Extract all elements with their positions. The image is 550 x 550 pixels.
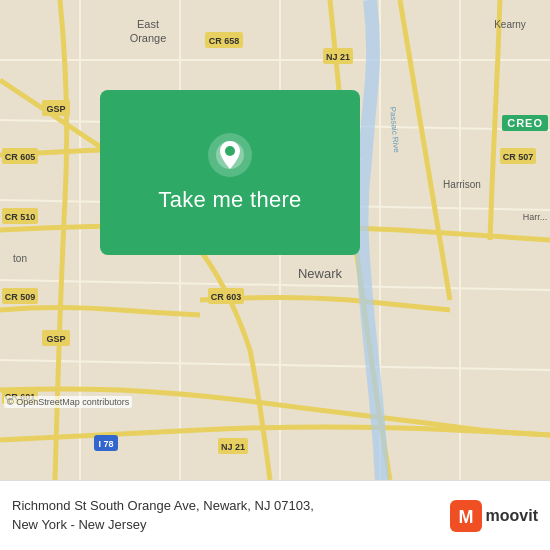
svg-text:GSP: GSP: [46, 334, 65, 344]
svg-text:GSP: GSP: [46, 104, 65, 114]
address-text: Richmond St South Orange Ave, Newark, NJ…: [12, 497, 440, 533]
location-pin-icon: [208, 133, 252, 177]
bottom-bar: Richmond St South Orange Ave, Newark, NJ…: [0, 480, 550, 550]
svg-text:CR 658: CR 658: [209, 36, 240, 46]
address-line2: New York - New Jersey: [12, 516, 440, 534]
svg-text:Orange: Orange: [130, 32, 167, 44]
take-me-card[interactable]: Take me there: [100, 90, 360, 255]
moovit-text-block: moovit: [486, 507, 538, 525]
take-me-button-label: Take me there: [158, 187, 301, 213]
svg-text:Newark: Newark: [298, 266, 343, 281]
moovit-logo[interactable]: M moovit: [450, 500, 538, 532]
creo-badge: CREO: [502, 115, 548, 131]
svg-text:NJ 21: NJ 21: [221, 442, 245, 452]
svg-text:CR 507: CR 507: [503, 152, 534, 162]
svg-text:NJ 21: NJ 21: [326, 52, 350, 62]
map-container: CR 658 GSP CR 605 NJ 21 CR 507 CR 510 GS…: [0, 0, 550, 480]
svg-text:M: M: [458, 507, 473, 527]
osm-attribution: © OpenStreetMap contributors: [4, 396, 132, 408]
svg-text:CR 605: CR 605: [5, 152, 36, 162]
moovit-name: moovit: [486, 507, 538, 525]
svg-text:I 78: I 78: [98, 439, 113, 449]
moovit-icon: M: [450, 500, 482, 532]
svg-text:Harr...: Harr...: [523, 212, 548, 222]
svg-text:CR 510: CR 510: [5, 212, 36, 222]
svg-text:Kearny: Kearny: [494, 19, 526, 30]
svg-text:CR 603: CR 603: [211, 292, 242, 302]
svg-text:ton: ton: [13, 253, 27, 264]
svg-point-45: [225, 146, 235, 156]
svg-text:Harrison: Harrison: [443, 179, 481, 190]
address-line1: Richmond St South Orange Ave, Newark, NJ…: [12, 497, 440, 515]
svg-text:CR 509: CR 509: [5, 292, 36, 302]
svg-text:East: East: [137, 18, 159, 30]
